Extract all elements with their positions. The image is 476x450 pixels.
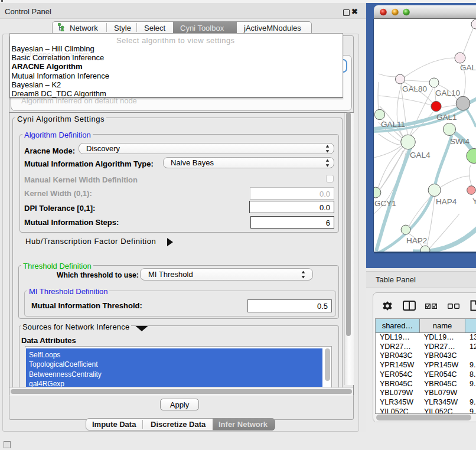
svg-text:Y: Y bbox=[472, 197, 476, 206]
svg-text:HAP2: HAP2 bbox=[406, 236, 427, 245]
svg-text:GAL11: GAL11 bbox=[381, 120, 405, 129]
svg-text:HAP4: HAP4 bbox=[436, 197, 457, 206]
svg-text:GAL80: GAL80 bbox=[402, 84, 427, 93]
svg-text:GCY1: GCY1 bbox=[374, 199, 396, 208]
svg-text:GAL4: GAL4 bbox=[410, 151, 431, 159]
svg-text:SWI4: SWI4 bbox=[450, 137, 470, 146]
svg-text:GAL10: GAL10 bbox=[435, 89, 460, 97]
svg-text:GAL: GAL bbox=[460, 63, 476, 72]
svg-text:GAL1: GAL1 bbox=[436, 113, 457, 122]
